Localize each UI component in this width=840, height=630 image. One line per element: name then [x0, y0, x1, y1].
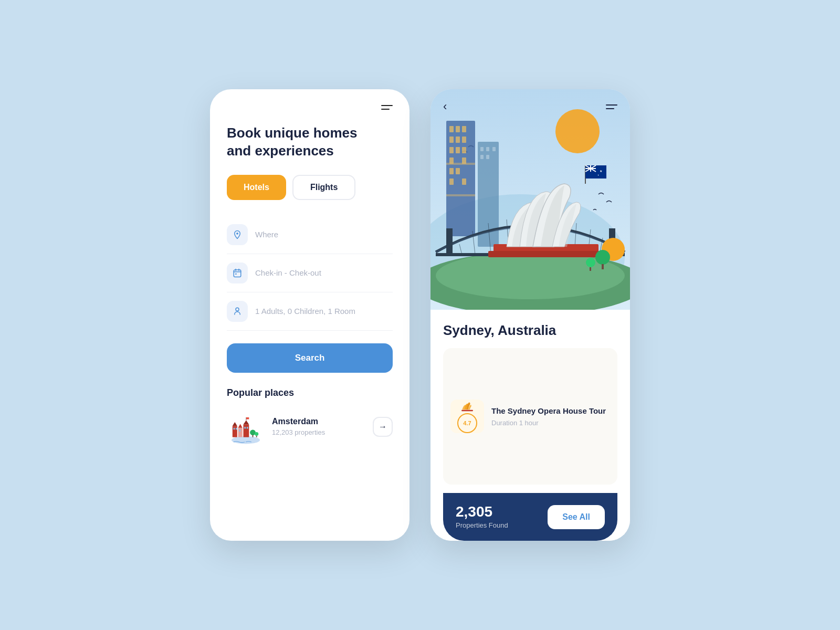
tour-name: The Sydney Opera House Tour: [491, 406, 610, 416]
svg-point-0: [236, 232, 238, 234]
back-button[interactable]: ‹: [443, 100, 447, 113]
calendar-icon: [233, 268, 242, 278]
svg-rect-5: [235, 273, 236, 274]
menu-icon[interactable]: [381, 105, 393, 110]
svg-rect-41: [456, 168, 460, 174]
svg-rect-82: [590, 267, 591, 271]
svg-rect-11: [236, 427, 237, 429]
svg-rect-8: [233, 426, 237, 437]
city-illustration: ‹: [430, 89, 630, 310]
search-button[interactable]: Search: [227, 343, 393, 373]
footer-bar: 2,305 Properties Found See All: [443, 493, 617, 541]
checkin-field[interactable]: Chek-in - Chek-out: [227, 254, 393, 292]
detail-panel: Sydney, Australia 4.7 The Sydney Op: [430, 310, 630, 541]
svg-rect-34: [462, 136, 466, 143]
svg-rect-48: [486, 147, 489, 151]
svg-text:★: ★: [600, 170, 602, 173]
svg-rect-30: [456, 126, 460, 132]
person-icon-wrap: [227, 301, 248, 322]
svg-rect-68: [488, 251, 604, 257]
tour-card[interactable]: 4.7 The Sydney Opera House Tour Duration…: [443, 348, 617, 485]
svg-rect-12: [238, 427, 243, 437]
tour-info: The Sydney Opera House Tour Duration 1 h…: [491, 406, 610, 427]
amsterdam-name: Amsterdam: [272, 417, 365, 426]
headline: Book unique homes and experiences: [227, 124, 393, 160]
location-icon-wrap: [227, 224, 248, 245]
amsterdam-place-card[interactable]: Amsterdam 12,203 properties →: [227, 408, 393, 446]
person-icon: [233, 307, 242, 316]
right-menu-icon[interactable]: [606, 104, 617, 109]
tour-rating: 4.7: [457, 413, 477, 433]
svg-rect-42: [449, 178, 454, 185]
svg-rect-33: [456, 136, 460, 143]
tab-hotels[interactable]: Hotels: [227, 175, 286, 200]
svg-rect-49: [492, 147, 496, 151]
svg-rect-40: [449, 168, 454, 174]
properties-label: Properties Found: [456, 521, 508, 529]
svg-point-6: [236, 308, 239, 311]
svg-rect-45: [446, 194, 475, 196]
svg-rect-17: [244, 427, 246, 429]
svg-point-7: [232, 436, 260, 444]
where-label: Where: [255, 230, 278, 239]
svg-rect-10: [234, 427, 235, 429]
svg-rect-54: [446, 228, 453, 255]
svg-point-23: [255, 432, 258, 435]
popular-places-title: Popular places: [227, 387, 393, 398]
svg-rect-36: [456, 147, 460, 153]
svg-rect-32: [449, 136, 454, 143]
svg-rect-84: [461, 410, 473, 411]
svg-marker-13: [238, 424, 243, 427]
amsterdam-illustration: [227, 408, 265, 446]
top-nav: ‹: [430, 100, 630, 113]
svg-rect-14: [239, 429, 240, 432]
svg-rect-22: [253, 435, 254, 437]
guests-field[interactable]: 1 Adults, 0 Children, 1 Room: [227, 292, 393, 331]
tour-duration: Duration 1 hour: [491, 419, 610, 427]
svg-rect-29: [449, 126, 454, 132]
city-name: Sydney, Australia: [443, 322, 617, 339]
left-phone: Book unique homes and experiences Hotels…: [210, 89, 410, 541]
amsterdam-info: Amsterdam 12,203 properties: [272, 417, 365, 436]
properties-number: 2,305: [456, 505, 508, 519]
svg-rect-50: [480, 155, 484, 159]
svg-rect-43: [462, 178, 466, 185]
calendar-icon-wrap: [227, 262, 248, 284]
svg-rect-44: [446, 163, 475, 165]
tabs-container: Hotels Flights: [227, 175, 393, 200]
svg-marker-16: [244, 420, 249, 424]
svg-point-79: [595, 250, 610, 265]
svg-rect-1: [234, 270, 241, 277]
search-fields: Where Chek-in - Chek-out: [227, 216, 393, 331]
svg-rect-80: [602, 264, 604, 269]
svg-point-26: [555, 109, 600, 153]
location-icon: [233, 230, 242, 239]
svg-rect-31: [462, 126, 466, 132]
properties-count-block: 2,305 Properties Found: [456, 505, 508, 529]
guests-label: 1 Adults, 0 Children, 1 Room: [255, 307, 355, 316]
svg-rect-20: [246, 417, 249, 419]
svg-rect-24: [256, 436, 257, 437]
amsterdam-arrow[interactable]: →: [373, 417, 393, 437]
svg-rect-18: [247, 427, 248, 429]
svg-rect-47: [480, 147, 484, 151]
svg-rect-51: [486, 155, 489, 159]
where-field[interactable]: Where: [227, 216, 393, 254]
sydney-cityscape: ★ ✦: [430, 89, 630, 310]
svg-marker-9: [233, 422, 237, 426]
svg-point-81: [586, 258, 595, 267]
svg-rect-37: [462, 147, 466, 153]
checkin-label: Chek-in - Chek-out: [255, 268, 321, 277]
amsterdam-properties: 12,203 properties: [272, 428, 365, 436]
tab-flights[interactable]: Flights: [292, 175, 355, 200]
svg-rect-35: [449, 147, 454, 153]
tour-thumbnail: 4.7: [450, 400, 484, 433]
svg-rect-15: [244, 424, 249, 437]
right-phone: ‹: [430, 89, 630, 541]
see-all-button[interactable]: See All: [548, 505, 605, 529]
